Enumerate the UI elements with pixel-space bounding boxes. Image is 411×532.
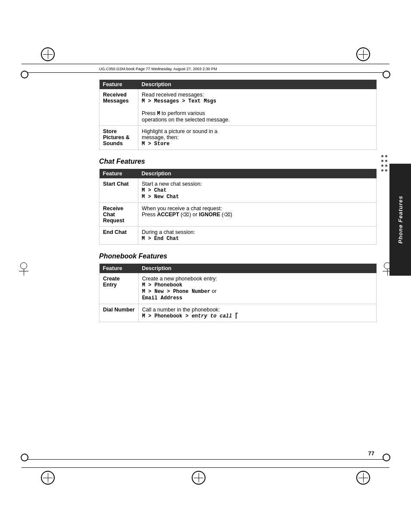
dot: [381, 160, 383, 162]
phonebook-section-heading: Phonebook Features: [99, 252, 377, 260]
table-row: Start Chat Start a new chat session: M >…: [100, 178, 377, 203]
corner-mark-top-right: [356, 47, 370, 61]
code-snippet: M > Messages > Text Msgs: [142, 98, 216, 104]
col-header-feature: Feature: [100, 80, 138, 89]
col-header-description: Description: [138, 169, 377, 178]
dot-row: [381, 165, 387, 167]
code-snippet: M > New Chat: [142, 194, 179, 200]
feature-cell: ReceivedMessages: [100, 89, 138, 126]
corner-tick-bl: [21, 454, 28, 461]
code-snippet: M > Store: [142, 141, 170, 147]
feature-cell: End Chat: [100, 227, 138, 245]
feature-cell: CreateEntry: [100, 273, 139, 304]
corner-tick-tl: [21, 71, 28, 78]
inner-top-border: [22, 72, 389, 73]
bottom-border: [22, 467, 389, 468]
description-cell: When you receive a chat request: Press A…: [138, 203, 377, 227]
chat-table: Feature Description Start Chat Start a n…: [99, 169, 377, 245]
corner-tick-tr: [383, 71, 390, 78]
chapter-tab: Phone Features: [389, 164, 411, 276]
top-border: [22, 64, 389, 65]
chapter-tab-label: Phone Features: [397, 196, 404, 244]
description-cell: Call a number in the phonebook: M > Phon…: [138, 304, 376, 322]
crosshair-icon: [42, 472, 54, 484]
messages-table: Feature Description ReceivedMessages Rea…: [99, 80, 377, 150]
code-snippet: M: [157, 111, 160, 117]
col-header-feature: Feature: [100, 264, 139, 273]
corner-mark-bottom-center: [192, 471, 206, 485]
dot-row: [381, 160, 387, 162]
code-snippet: M > Phonebook: [142, 282, 183, 288]
col-header-feature: Feature: [100, 169, 138, 178]
feature-cell: ReceiveChatRequest: [100, 203, 138, 227]
table-row: End Chat During a chat session: M > End …: [100, 227, 377, 245]
corner-mark-bottom-right: [356, 471, 370, 485]
description-cell: Highlight a picture or sound in a messag…: [138, 126, 377, 150]
table-row: ReceiveChatRequest When you receive a ch…: [100, 203, 377, 227]
page: Phone Features UG.C350.GSM.book Page 77 …: [0, 0, 411, 532]
dot: [381, 169, 383, 171]
table-row: Dial Number Call a number in the phonebo…: [100, 304, 377, 322]
description-cell: Read received messages: M > Messages > T…: [138, 89, 377, 126]
description-cell: Start a new chat session: M > Chat M > N…: [138, 178, 377, 203]
mid-circle-left: [20, 262, 27, 269]
crosshair-icon: [193, 472, 205, 484]
right-dots: [381, 155, 387, 171]
table-row: ReceivedMessages Read received messages:…: [100, 89, 377, 126]
description-cell: Create a new phonebook entry: M > Phoneb…: [138, 273, 376, 304]
dot: [381, 165, 383, 167]
phonebook-table: Feature Description CreateEntry Create a…: [99, 264, 377, 322]
feature-cell: Start Chat: [100, 178, 138, 203]
dot-row: [381, 169, 387, 171]
file-info-bar: UG.C350.GSM.book Page 77 Wednesday, Augu…: [99, 67, 217, 71]
chat-section-heading: Chat Features: [99, 158, 377, 165]
dot: [381, 155, 383, 157]
dot: [385, 165, 387, 167]
code-snippet: M > Chat: [142, 187, 167, 193]
col-header-description: Description: [138, 80, 377, 89]
table-row: StorePictures &Sounds Highlight a pictur…: [100, 126, 377, 150]
crosshair-icon: [357, 48, 369, 60]
main-content: Feature Description ReceivedMessages Rea…: [99, 80, 377, 452]
code-snippet: M > Phonebook > entry to call ⎡: [142, 313, 238, 319]
inner-bottom-border: [22, 459, 389, 460]
col-header-description: Description: [138, 264, 376, 273]
corner-mark-bottom-left: [41, 471, 55, 485]
corner-tick-br: [383, 454, 390, 461]
dot: [385, 160, 387, 162]
crosshair-icon: [42, 48, 54, 60]
page-number: 77: [368, 450, 374, 457]
dot: [385, 155, 387, 157]
feature-cell: Dial Number: [100, 304, 139, 322]
dot-row: [381, 155, 387, 157]
corner-mark-top-left: [41, 47, 55, 61]
code-snippet: M > End Chat: [142, 236, 179, 242]
crosshair-icon: [357, 472, 369, 484]
feature-cell: StorePictures &Sounds: [100, 126, 138, 150]
code-snippet: M > New > Phone Number: [142, 289, 210, 295]
description-cell: During a chat session: M > End Chat: [138, 227, 377, 245]
code-snippet: Email Address: [142, 295, 183, 301]
table-row: CreateEntry Create a new phonebook entry…: [100, 273, 377, 304]
dot: [385, 169, 387, 171]
